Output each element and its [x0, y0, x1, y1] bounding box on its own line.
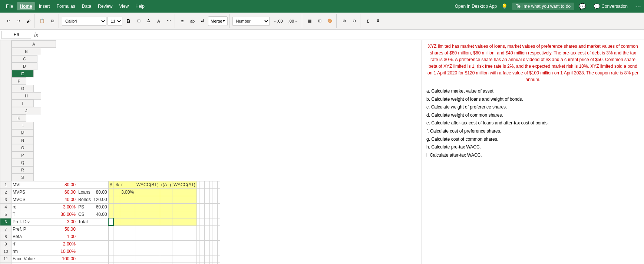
cell-K5[interactable] [196, 211, 199, 218]
cell-R2[interactable] [215, 188, 217, 196]
cell-G8[interactable] [120, 233, 135, 240]
cell-C7[interactable] [77, 225, 92, 233]
col-header-N[interactable]: N [11, 137, 34, 144]
cell-B10[interactable]: 10.00% [59, 248, 77, 255]
cell-M2[interactable] [202, 188, 204, 196]
cell-C10[interactable] [77, 248, 92, 255]
cell-F3[interactable] [113, 196, 120, 203]
menu-file[interactable]: File [3, 2, 16, 10]
cell-P4[interactable] [209, 203, 212, 211]
cell-I4[interactable] [160, 203, 172, 211]
redo-button[interactable]: ↪ [14, 15, 23, 27]
cell-K4[interactable] [196, 203, 199, 211]
cell-B2[interactable]: 60.00 [59, 188, 77, 196]
cell-Q12[interactable] [212, 263, 215, 264]
cell-D3[interactable]: 120.00 [92, 196, 108, 203]
cell-R12[interactable] [215, 263, 217, 264]
cell-R7[interactable] [215, 225, 217, 233]
format-painter-button[interactable]: 🖌 [24, 15, 33, 27]
cell-L7[interactable] [199, 225, 202, 233]
wrap-text-button[interactable]: ab [188, 15, 197, 27]
cell-M1[interactable] [202, 181, 204, 188]
row-header-2[interactable]: 2 [0, 188, 11, 196]
cell-A12[interactable]: Years to Maturity [11, 263, 59, 264]
cell-C11[interactable] [77, 255, 92, 263]
cell-J9[interactable] [172, 240, 197, 248]
cell-A9[interactable]: rf [11, 240, 59, 248]
cell-L3[interactable] [199, 196, 202, 203]
fill-color-button[interactable]: A̲ [144, 15, 153, 27]
formula-input[interactable] [41, 31, 643, 39]
cell-S6[interactable] [217, 218, 220, 225]
cell-N1[interactable] [204, 181, 207, 188]
row-header-8[interactable]: 8 [0, 233, 11, 240]
conditional-format-button[interactable]: ▦ [305, 15, 314, 27]
col-header-F[interactable]: F [11, 77, 26, 85]
cell-Q5[interactable] [212, 211, 215, 218]
undo-button[interactable]: ↩ [4, 15, 13, 27]
cell-P7[interactable] [209, 225, 212, 233]
cell-N12[interactable] [204, 263, 207, 264]
cell-L11[interactable] [199, 255, 202, 263]
col-header-Q[interactable]: Q [11, 159, 34, 166]
cell-R3[interactable] [215, 196, 217, 203]
cell-G10[interactable] [120, 248, 135, 255]
cell-G5[interactable] [120, 211, 135, 218]
cell-N2[interactable] [204, 188, 207, 196]
row-header-11[interactable]: 11 [0, 255, 11, 263]
tell-me-box[interactable]: Tell me what you want to do [512, 3, 574, 10]
col-header-K[interactable]: K [11, 114, 26, 122]
cell-I9[interactable] [160, 240, 172, 248]
cell-P1[interactable] [209, 181, 212, 188]
cell-B8[interactable]: 1.00 [59, 233, 77, 240]
cell-K9[interactable] [196, 240, 199, 248]
cell-P6[interactable] [209, 218, 212, 225]
cell-M11[interactable] [202, 255, 204, 263]
cell-D12[interactable] [92, 263, 108, 264]
cell-G3[interactable] [120, 196, 135, 203]
cell-B6[interactable]: 3.00 [59, 218, 77, 225]
cell-R1[interactable] [215, 181, 217, 188]
cell-D8[interactable] [92, 233, 108, 240]
text-direction-button[interactable]: ⇄ [198, 15, 207, 27]
cell-A11[interactable]: Face Value [11, 255, 59, 263]
cell-B11[interactable]: 100.00 [59, 255, 77, 263]
increase-decimal-button[interactable]: .00→ [286, 15, 300, 27]
cell-A2[interactable]: MVPS [11, 188, 59, 196]
row-header-7[interactable]: 7 [0, 225, 11, 233]
cell-M6[interactable] [202, 218, 204, 225]
cell-styles-button[interactable]: 🎨 [325, 15, 335, 27]
col-header-G[interactable]: G [11, 85, 34, 92]
cell-J1[interactable]: WACC(AT) [172, 181, 197, 188]
cell-O7[interactable] [207, 225, 209, 233]
cell-G4[interactable] [120, 203, 135, 211]
cell-E7[interactable] [108, 225, 113, 233]
cell-I2[interactable] [160, 188, 172, 196]
cell-S10[interactable] [217, 248, 220, 255]
format-table-button[interactable]: ⊞ [315, 15, 324, 27]
cell-L6[interactable] [199, 218, 202, 225]
comment-icon[interactable]: 💬 [579, 3, 586, 10]
cell-Q7[interactable] [212, 225, 215, 233]
cell-O12[interactable] [207, 263, 209, 264]
col-header-J[interactable]: J [11, 107, 41, 114]
cell-N5[interactable] [204, 211, 207, 218]
cell-I1[interactable]: r(AT) [160, 181, 172, 188]
cell-G2[interactable]: 3.00% [120, 188, 135, 196]
cell-F9[interactable] [113, 240, 120, 248]
cell-J12[interactable] [172, 263, 197, 264]
cell-E6[interactable] [108, 218, 113, 225]
cell-B4[interactable]: 3.00% [59, 203, 77, 211]
cell-Q6[interactable] [212, 218, 215, 225]
cell-I10[interactable] [160, 248, 172, 255]
cell-G1[interactable]: r [120, 181, 135, 188]
cell-B3[interactable]: 40.00 [59, 196, 77, 203]
cell-H4[interactable] [135, 203, 160, 211]
col-header-S[interactable]: S [11, 174, 34, 181]
more-icon[interactable]: ⋯ [635, 3, 641, 10]
col-header-E[interactable]: E [11, 70, 34, 77]
cell-L12[interactable] [199, 263, 202, 264]
cell-H11[interactable] [135, 255, 160, 263]
cell-P12[interactable] [209, 263, 212, 264]
cell-P5[interactable] [209, 211, 212, 218]
